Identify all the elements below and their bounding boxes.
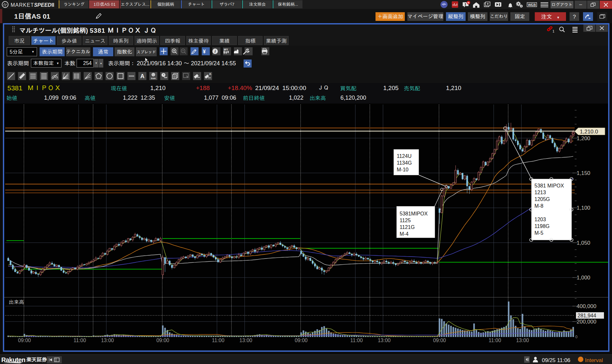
svg-text:13:00: 13:00 [516, 338, 529, 343]
svg-text:11:00: 11:00 [74, 338, 86, 343]
svg-text:11:00: 11:00 [350, 338, 363, 343]
svg-text:11:00: 11:00 [489, 338, 501, 343]
svg-text:1,200: 1,200 [577, 135, 590, 141]
svg-text:09:00: 09:00 [295, 338, 308, 343]
svg-text:09:00: 09:00 [156, 338, 169, 343]
svg-text:13:00: 13:00 [239, 338, 252, 343]
svg-text:09:00: 09:00 [18, 338, 31, 343]
svg-text:200,000: 200,000 [577, 319, 596, 324]
svg-text:400,000: 400,000 [577, 303, 596, 309]
svg-text:0: 0 [575, 335, 578, 339]
svg-text:1,210.0: 1,210.0 [580, 129, 598, 134]
svg-text:1,000: 1,000 [577, 275, 590, 280]
svg-text:13:00: 13:00 [101, 338, 114, 343]
svg-text:1,150: 1,150 [577, 170, 590, 176]
svg-text:09:00: 09:00 [433, 338, 446, 343]
svg-text:11:00: 11:00 [212, 338, 225, 343]
svg-text:13:00: 13:00 [378, 338, 391, 343]
svg-text:1,100: 1,100 [577, 205, 590, 210]
svg-text:281,944: 281,944 [578, 313, 596, 318]
svg-text:1,050: 1,050 [577, 240, 590, 245]
